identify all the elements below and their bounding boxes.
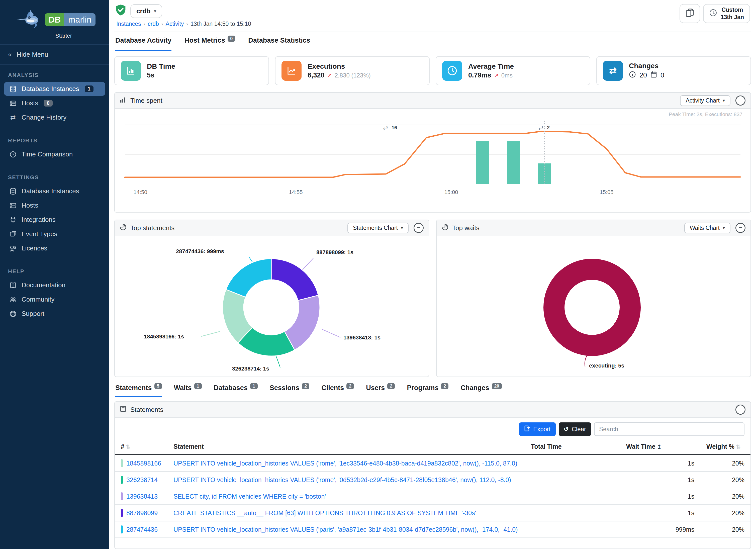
tab-programs[interactable]: Programs2: [407, 384, 448, 397]
collapse-panel-button[interactable]: −: [414, 223, 424, 233]
kpi-title: Executions: [308, 62, 371, 70]
top-waits-chart: executing: 5s: [437, 236, 750, 377]
clock-icon: [442, 61, 462, 81]
sidebar-item-label: Licences: [22, 244, 47, 252]
sidebar-item-database-instances[interactable]: Database Instances 1: [4, 82, 105, 96]
donut-label: executing: 5s: [589, 362, 624, 369]
table-row: 287474436 UPSERT INTO vehicle_location_h…: [115, 521, 750, 538]
col-header-weight[interactable]: Weight %⇅: [700, 440, 750, 455]
section-title: REPORTS: [0, 137, 109, 147]
change-arrows-icon: ⇄: [9, 114, 17, 121]
changes-event-count: 0: [660, 71, 664, 79]
tab-host-metrics[interactable]: Host Metrics0: [184, 37, 235, 51]
statement-color-bar: [121, 459, 123, 467]
main-tabs: Database Activity Host Metrics0 Database…: [114, 32, 751, 51]
brand-db: DB: [45, 13, 64, 26]
statements-donut-svg[interactable]: [115, 236, 428, 377]
statement-color-bar: [121, 476, 123, 484]
sidebar: DB marlin Starter « Hide Menu ANALYSIS D…: [0, 0, 109, 549]
donut-label: 287474436: 999ms: [176, 248, 224, 255]
sidebar-item-time-comparison[interactable]: Time Comparison: [4, 147, 105, 161]
sidebar-item-change-history[interactable]: ⇄ Change History: [4, 111, 105, 124]
svg-text:15:00: 15:00: [444, 189, 458, 195]
hide-menu-label: Hide Menu: [17, 51, 48, 58]
donut-label: 887898099: 1s: [316, 249, 353, 256]
col-header-wait-time[interactable]: Wait Time↥: [620, 440, 700, 455]
tab-users[interactable]: Users2: [366, 384, 395, 397]
statement-id-link[interactable]: 139638413: [126, 493, 158, 500]
breadcrumb-activity[interactable]: Activity: [166, 21, 184, 27]
activity-chart-svg[interactable]: ⇄16⇄214:5014:5515:0015:05: [121, 110, 744, 200]
breadcrumb-instances[interactable]: Instances: [116, 21, 141, 27]
statement-id-link[interactable]: 1845898166: [126, 460, 161, 467]
statements-chart-dropdown[interactable]: Statements Chart ▾: [347, 223, 409, 233]
tab-clients[interactable]: Clients2: [321, 384, 354, 397]
tab-waits[interactable]: Waits1: [174, 384, 202, 397]
statement-link[interactable]: CREATE STATISTICS __auto__ FROM [63] WIT…: [173, 509, 476, 516]
sidebar-item-licences[interactable]: Licences: [4, 241, 105, 255]
export-button[interactable]: Export: [519, 422, 555, 436]
statement-id-link[interactable]: 887898099: [126, 509, 158, 517]
kpi-changes: ⇄ Changes 20 0: [596, 56, 751, 85]
panel-title: Top statements: [130, 224, 174, 232]
database-icon: [9, 85, 17, 93]
search-input[interactable]: [594, 422, 744, 436]
sidebar-item-support[interactable]: Support: [4, 307, 105, 321]
time-spent-panel: Time spent Activity Chart ▾ − Peak Time:…: [114, 92, 751, 213]
sidebar-item-documentation[interactable]: Documentation: [4, 278, 105, 292]
tab-sessions[interactable]: Sessions2: [270, 384, 310, 397]
sidebar-item-settings-hosts[interactable]: Hosts: [4, 199, 105, 212]
statement-id-link[interactable]: 326238714: [126, 476, 158, 484]
breadcrumb-current: 13th Jan 14:50 to 15:10: [191, 21, 251, 27]
section-title: ANALYSIS: [0, 72, 109, 81]
tab-database-activity[interactable]: Database Activity: [115, 37, 171, 51]
copy-button[interactable]: [680, 4, 700, 23]
time-range-button[interactable]: Custom 13th Jan: [703, 4, 750, 23]
statement-link[interactable]: UPSERT INTO vehicle_location_histories V…: [173, 476, 511, 483]
statement-link[interactable]: UPSERT INTO vehicle_location_histories V…: [173, 526, 518, 533]
breadcrumb-crdb[interactable]: crdb: [148, 21, 159, 27]
top-waits-panel: Top waits Waits Chart ▾ − executing: 5: [436, 220, 751, 377]
hide-menu-button[interactable]: « Hide Menu: [0, 44, 109, 65]
waits-chart-dropdown[interactable]: Waits Chart ▾: [684, 223, 730, 233]
statement-link[interactable]: SELECT city, id FROM vehicles WHERE city…: [173, 493, 326, 500]
table-row: 326238714 UPSERT INTO vehicle_location_h…: [115, 472, 750, 488]
tab-changes[interactable]: Changes20: [460, 384, 502, 397]
sidebar-item-integrations[interactable]: Integrations: [4, 213, 105, 227]
statements-table: #⇅ Statement Total Time Wait Time↥ Weigh…: [115, 440, 750, 538]
col-header-num[interactable]: #⇅: [115, 440, 167, 455]
statement-link[interactable]: UPSERT INTO vehicle_location_histories V…: [173, 460, 517, 467]
table-row: 1845898166 UPSERT INTO vehicle_location_…: [115, 455, 750, 472]
table-row: 139638413 SELECT city, id FROM vehicles …: [115, 488, 750, 505]
sidebar-item-settings-database-instances[interactable]: Database Instances: [4, 184, 105, 198]
waits-donut-svg[interactable]: [437, 236, 750, 377]
clear-button[interactable]: ↺ Clear: [559, 422, 591, 436]
tab-database-statistics[interactable]: Database Statistics: [248, 37, 310, 51]
collapse-panel-button[interactable]: −: [735, 405, 745, 415]
tab-statements[interactable]: Statements5: [115, 384, 162, 397]
sidebar-item-event-types[interactable]: Event Types: [4, 227, 105, 241]
collapse-panel-button[interactable]: −: [735, 96, 745, 106]
kpi-title: Changes: [629, 62, 664, 70]
collapse-panel-button[interactable]: −: [735, 223, 745, 233]
sidebar-item-hosts[interactable]: Hosts 0: [4, 96, 105, 110]
instance-name: crdb: [136, 7, 150, 15]
panel-title: Top waits: [452, 224, 479, 232]
sidebar-item-community[interactable]: Community: [4, 293, 105, 306]
statement-id-link[interactable]: 287474436: [126, 526, 158, 533]
chevron-down-icon: ▾: [723, 98, 725, 103]
col-header-total-time[interactable]: Total Time: [525, 440, 620, 455]
kpi-average-time: Average Time 0.79ms ↗ 0ms: [436, 56, 590, 85]
instance-selector[interactable]: crdb ▾: [130, 4, 162, 18]
sidebar-item-label: Integrations: [22, 216, 56, 224]
tab-databases[interactable]: Databases1: [214, 384, 258, 397]
col-header-statement[interactable]: Statement: [167, 440, 525, 455]
svg-text:16: 16: [392, 125, 397, 130]
event-types-icon: [9, 231, 17, 238]
chart-icon: [120, 97, 126, 105]
sidebar-badge: 0: [44, 100, 52, 107]
sidebar-section-reports: REPORTS Time Comparison: [0, 130, 109, 167]
activity-chart-dropdown[interactable]: Activity Chart ▾: [680, 95, 730, 106]
breadcrumb-separator: ›: [186, 21, 188, 27]
sidebar-item-label: Community: [22, 296, 54, 303]
